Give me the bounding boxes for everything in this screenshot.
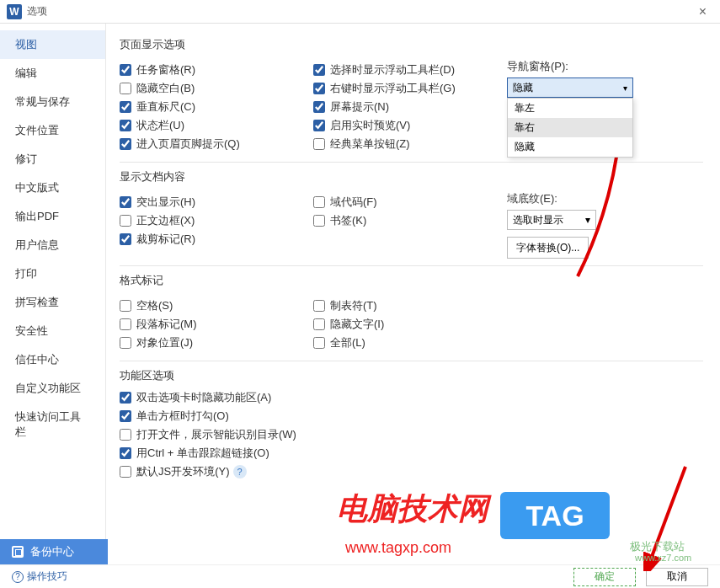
sidebar-item-quick-access[interactable]: 快速访问工具栏 [0,403,105,446]
sidebar-item-general-save[interactable]: 常规与保存 [0,88,105,116]
nav-pane-combo[interactable]: 隐藏 ▾ 靠左 靠右 隐藏 [507,78,633,98]
backup-icon [12,546,24,558]
chk-crop-marks[interactable]: 裁剪标记(R) [120,232,313,247]
chk-spaces[interactable]: 空格(S) [120,298,313,313]
chk-field-code[interactable]: 域代码(F) [313,195,507,210]
chk-hide-blank[interactable]: 隐藏空白(B) [120,81,313,96]
titlebar: W 选项 × [0,0,720,24]
chk-float-toolbar-rightclick[interactable]: 右键时显示浮动工具栏(G) [313,81,507,96]
nav-pane-option-left[interactable]: 靠左 [508,99,632,118]
operation-tips-link[interactable]: ? 操作技巧 [12,569,67,584]
cancel-button[interactable]: 取消 [646,568,708,586]
chk-task-pane[interactable]: 任务窗格(R) [120,62,313,78]
field-shading-label: 域底纹(E): [507,191,703,206]
sidebar-item-edit[interactable]: 编辑 [0,59,105,88]
backup-center-button[interactable]: 备份中心 [0,539,108,564]
chk-screen-tips[interactable]: 屏幕提示(N) [313,99,507,115]
sidebar-item-custom-ribbon[interactable]: 自定义功能区 [0,374,105,403]
section-title-format-marks: 格式标记 [120,273,703,288]
ok-button[interactable]: 确定 [573,568,636,586]
chk-default-js-env[interactable]: 默认JS开发环境(Y)? [120,464,703,479]
sidebar-item-security[interactable]: 安全性 [0,317,105,345]
chk-all[interactable]: 全部(L) [313,335,507,350]
chk-hidden-text[interactable]: 隐藏文字(I) [313,317,507,332]
nav-pane-label: 导航窗格(P): [507,59,703,74]
chk-live-preview[interactable]: 启用实时预览(V) [313,118,507,133]
sidebar: 视图 编辑 常规与保存 文件位置 修订 中文版式 输出PDF 用户信息 打印 拼… [0,24,106,539]
window-title: 选项 [27,4,47,19]
sidebar-item-view[interactable]: 视图 [0,30,105,59]
app-icon: W [7,4,22,19]
nav-pane-value: 隐藏 [513,81,533,95]
sidebar-item-trust-center[interactable]: 信任中心 [0,345,105,374]
nav-pane-option-hide[interactable]: 隐藏 [508,137,632,157]
chk-dblclick-hide-ribbon[interactable]: 双击选项卡时隐藏功能区(A) [120,390,703,405]
section-title-page-display: 页面显示选项 [120,37,703,52]
footer-row: ? 操作技巧 确定 取消 [0,564,720,588]
nav-pane-option-right[interactable]: 靠右 [508,118,632,137]
chk-click-box-check[interactable]: 单击方框时打勾(O) [120,409,703,424]
chk-ctrl-click-hyperlink[interactable]: 用Ctrl + 单击跟踪超链接(O) [120,446,703,461]
watermark-url: www.tagxp.com [345,539,451,557]
sidebar-item-chinese-layout[interactable]: 中文版式 [0,174,105,202]
chk-object-position[interactable]: 对象位置(J) [120,335,313,350]
sidebar-item-spellcheck[interactable]: 拼写检查 [0,288,105,317]
chk-paragraph-mark[interactable]: 段落标记(M) [120,317,313,332]
chk-classic-menu-button[interactable]: 经典菜单按钮(Z) [313,136,507,152]
chk-bookmark[interactable]: 书签(K) [313,213,507,228]
sidebar-item-user-info[interactable]: 用户信息 [0,231,105,259]
chk-open-show-smart-toc[interactable]: 打开文件，展示智能识别目录(W) [120,427,703,442]
watermark-text-2: 极光下载站 [630,539,685,554]
nav-pane-dropdown: 靠左 靠右 隐藏 [507,98,633,158]
font-substitution-button[interactable]: 字体替换(O)... [507,237,589,259]
chevron-down-icon: ▾ [623,83,627,93]
chk-text-border[interactable]: 正文边框(X) [120,213,313,228]
sidebar-item-file-location[interactable]: 文件位置 [0,116,105,145]
sidebar-item-output-pdf[interactable]: 输出PDF [0,202,105,231]
help-icon: ? [12,571,24,583]
section-title-doc-content: 显示文档内容 [120,169,703,184]
chk-float-toolbar-select[interactable]: 选择时显示浮动工具栏(D) [313,62,507,78]
info-icon[interactable]: ? [233,465,247,478]
sidebar-item-print[interactable]: 打印 [0,259,105,288]
chk-highlight[interactable]: 突出显示(H) [120,195,313,210]
main-panel: 页面显示选项 任务窗格(R) 隐藏空白(B) 垂直标尺(C) 状态栏(U) 进入… [106,24,720,539]
sidebar-item-revision[interactable]: 修订 [0,145,105,174]
watermark-url-2: www.xz7.com [635,553,691,563]
chk-status-bar[interactable]: 状态栏(U) [120,118,313,133]
section-title-ribbon: 功能区选项 [120,368,703,383]
chk-vertical-ruler[interactable]: 垂直标尺(C) [120,99,313,115]
close-icon[interactable]: × [692,4,713,19]
chk-tab-char[interactable]: 制表符(T) [313,298,507,313]
chevron-down-icon: ▾ [585,214,590,226]
chk-header-footer-tip[interactable]: 进入页眉页脚提示(Q) [120,136,313,152]
field-shading-select[interactable]: 选取时显示 ▾ [507,210,596,230]
